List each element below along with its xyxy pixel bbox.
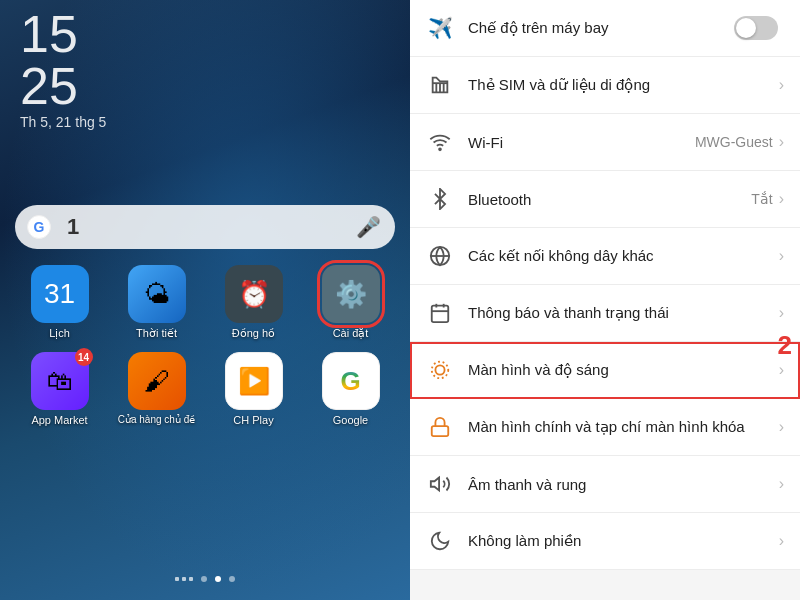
google-logo: G xyxy=(27,215,51,239)
app-icon-google: G xyxy=(322,352,380,410)
notifications-chevron: › xyxy=(779,304,784,322)
app-label-clock: Đồng hồ xyxy=(232,327,275,340)
lockscreen-chevron: › xyxy=(779,418,784,436)
notifications-label: Thông báo và thanh trạng thái xyxy=(468,304,779,322)
bluetooth-chevron: › xyxy=(779,190,784,208)
apps-grid: 31 Lịch 🌤 Thời tiết ⏰ Đồng hồ ⚙️ Cài đặt xyxy=(15,265,395,426)
settings-item-bluetooth[interactable]: Bluetooth Tắt › xyxy=(410,171,800,228)
app-icon-appmarket: 🛍 14 xyxy=(31,352,89,410)
dot-left xyxy=(201,576,207,582)
lockscreen-icon xyxy=(426,413,454,441)
sim-label: Thẻ SIM và dữ liệu di động xyxy=(468,76,779,94)
wifi-icon xyxy=(426,128,454,156)
app-item-appmarket[interactable]: 🛍 14 App Market xyxy=(15,352,104,426)
notifications-icon xyxy=(426,299,454,327)
dot-center xyxy=(215,576,221,582)
app-item-google[interactable]: G Google xyxy=(306,352,395,426)
app-label-calendar: Lịch xyxy=(49,327,70,340)
dot-right xyxy=(229,576,235,582)
time-display: 15 25 Th 5, 21 thg 5 xyxy=(20,8,106,130)
label-2: 2 xyxy=(778,330,792,361)
app-icon-store: 🖌 xyxy=(128,352,186,410)
time-date: Th 5, 21 thg 5 xyxy=(20,114,106,130)
nav-line-2 xyxy=(182,577,186,581)
search-label-1: 1 xyxy=(67,214,79,240)
svg-rect-13 xyxy=(432,426,449,436)
settings-item-notifications[interactable]: Thông báo và thanh trạng thái › xyxy=(410,285,800,342)
app-label-settings: Cài đặt xyxy=(333,327,369,340)
app-label-weather: Thời tiết xyxy=(136,327,177,340)
svg-marker-14 xyxy=(431,478,439,491)
dnd-chevron: › xyxy=(779,532,784,550)
lockscreen-label: Màn hình chính và tạp chí màn hình khóa xyxy=(468,418,779,436)
display-chevron: › xyxy=(779,361,784,379)
settings-panel: ✈️ Chế độ trên máy bay Thẻ SIM và dữ liệ… xyxy=(410,0,800,600)
app-icon-weather: 🌤 xyxy=(128,265,186,323)
app-item-calendar[interactable]: 31 Lịch xyxy=(15,265,104,340)
nav-line-3 xyxy=(189,577,193,581)
settings-list: ✈️ Chế độ trên máy bay Thẻ SIM và dữ liệ… xyxy=(410,0,800,570)
dnd-icon xyxy=(426,527,454,555)
settings-item-wifi[interactable]: Wi-Fi MWG-Guest › xyxy=(410,114,800,171)
app-item-settings[interactable]: ⚙️ Cài đặt xyxy=(306,265,395,340)
svg-point-12 xyxy=(432,362,449,379)
time-minutes: 25 xyxy=(20,60,106,112)
airplane-label: Chế độ trên máy bay xyxy=(468,19,734,37)
settings-item-sound[interactable]: Âm thanh và rung › xyxy=(410,456,800,513)
sound-label: Âm thanh và rung xyxy=(468,476,779,493)
sim-chevron: › xyxy=(779,76,784,94)
sound-icon xyxy=(426,470,454,498)
connections-label: Các kết nối không dây khác xyxy=(468,247,779,265)
dnd-label: Không làm phiền xyxy=(468,532,779,550)
toggle-knob xyxy=(736,18,756,38)
app-label-google: Google xyxy=(333,414,368,426)
settings-item-airplane[interactable]: ✈️ Chế độ trên máy bay xyxy=(410,0,800,57)
mic-icon[interactable]: 🎤 xyxy=(356,215,381,239)
airplane-toggle[interactable] xyxy=(734,16,778,40)
svg-point-4 xyxy=(439,148,441,150)
settings-item-lockscreen[interactable]: Màn hình chính và tạp chí màn hình khóa … xyxy=(410,399,800,456)
connections-chevron: › xyxy=(779,247,784,265)
app-item-clock[interactable]: ⏰ Đồng hồ xyxy=(209,265,298,340)
app-item-weather[interactable]: 🌤 Thời tiết xyxy=(112,265,201,340)
app-label-appmarket: App Market xyxy=(31,414,87,426)
wifi-value: MWG-Guest xyxy=(695,134,773,150)
settings-item-display[interactable]: Màn hình và độ sáng › xyxy=(410,342,800,399)
time-hours: 15 xyxy=(20,8,106,60)
sound-chevron: › xyxy=(779,475,784,493)
app-label-play: CH Play xyxy=(233,414,273,426)
search-bar[interactable]: G 1 🎤 xyxy=(15,205,395,249)
phone-screen: 15 25 Th 5, 21 thg 5 G 1 🎤 31 Lịch 🌤 Thờ… xyxy=(0,0,410,600)
svg-rect-7 xyxy=(432,306,449,323)
airplane-icon: ✈️ xyxy=(426,14,454,42)
app-label-store: Cửa hàng chủ đề xyxy=(118,414,196,425)
sim-icon xyxy=(426,71,454,99)
nav-line-1 xyxy=(175,577,179,581)
bluetooth-label: Bluetooth xyxy=(468,191,751,208)
bluetooth-value: Tắt xyxy=(751,191,772,207)
connections-icon xyxy=(426,242,454,270)
display-label: Màn hình và độ sáng xyxy=(468,361,779,379)
app-icon-clock: ⏰ xyxy=(225,265,283,323)
app-item-store[interactable]: 🖌 Cửa hàng chủ đề xyxy=(112,352,201,426)
badge-appmarket: 14 xyxy=(75,348,93,366)
settings-item-sim[interactable]: Thẻ SIM và dữ liệu di động › xyxy=(410,57,800,114)
app-icon-calendar: 31 xyxy=(31,265,89,323)
app-item-play[interactable]: ▶️ CH Play xyxy=(209,352,298,426)
app-icon-play: ▶️ xyxy=(225,352,283,410)
app-icon-settings: ⚙️ xyxy=(322,265,380,323)
display-icon xyxy=(426,356,454,384)
wifi-chevron: › xyxy=(779,133,784,151)
wifi-label: Wi-Fi xyxy=(468,134,695,151)
settings-item-connections[interactable]: Các kết nối không dây khác › xyxy=(410,228,800,285)
settings-item-dnd[interactable]: Không làm phiền › xyxy=(410,513,800,570)
svg-point-11 xyxy=(435,365,444,374)
nav-dots xyxy=(175,576,235,582)
bluetooth-icon xyxy=(426,185,454,213)
